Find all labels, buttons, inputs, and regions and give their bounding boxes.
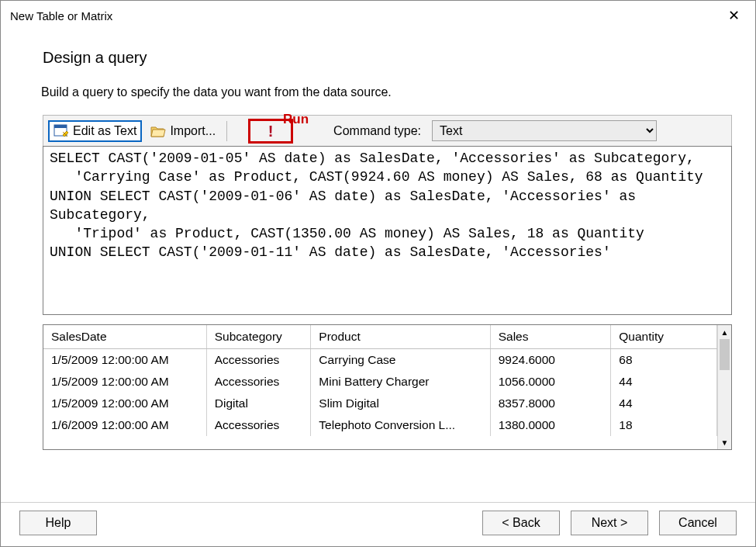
edit-as-text-label: Edit as Text (73, 124, 136, 138)
table-row[interactable]: 1/5/2009 12:00:00 AMAccessoriesMini Batt… (43, 371, 717, 393)
col-header-product[interactable]: Product (311, 325, 490, 348)
cell-sales: 8357.8000 (490, 393, 611, 414)
command-type-label: Command type: (333, 124, 421, 138)
cell-sales: 1056.0000 (490, 371, 611, 393)
titlebar: New Table or Matrix ✕ (1, 1, 755, 29)
cell-product: Mini Battery Charger (311, 371, 490, 393)
toolbar-separator (226, 121, 227, 141)
wizard-window: New Table or Matrix ✕ Design a query Bui… (0, 0, 756, 547)
cell-subcategory: Digital (206, 393, 311, 414)
back-button[interactable]: < Back (482, 511, 560, 535)
window-title: New Table or Matrix (10, 9, 112, 23)
run-annotation-label: Run (283, 112, 309, 127)
col-header-subcategory[interactable]: Subcategory (206, 325, 311, 348)
close-icon[interactable]: ✕ (722, 5, 746, 26)
table-row[interactable]: 1/5/2009 12:00:00 AMDigitalSlim Digital8… (43, 393, 717, 414)
results-scrollbar[interactable]: ▲ ▼ (717, 325, 731, 449)
page-subtext: Build a query to specify the data you wa… (41, 85, 732, 99)
sql-text[interactable]: SELECT CAST('2009-01-05' AS date) as Sal… (43, 147, 731, 265)
col-header-sales[interactable]: Sales (490, 325, 611, 348)
svg-rect-1 (54, 125, 67, 128)
cell-salesdate: 1/6/2009 12:00:00 AM (43, 414, 206, 436)
cell-product: Slim Digital (311, 393, 490, 414)
results-table: SalesDate Subcategory Product Sales Quan… (43, 325, 717, 436)
wizard-content: Design a query Build a query to specify … (1, 29, 755, 502)
cell-subcategory: Accessories (206, 414, 311, 436)
col-header-quantity[interactable]: Quantity (611, 325, 717, 348)
cell-product: Telephoto Conversion L... (311, 414, 490, 436)
cell-quantity: 68 (611, 348, 717, 371)
sql-editor[interactable]: SELECT CAST('2009-01-05' AS date) as Sal… (43, 146, 732, 315)
edit-text-icon (54, 123, 69, 139)
scroll-thumb[interactable] (720, 339, 730, 370)
cell-sales: 1380.0000 (490, 414, 611, 436)
cell-quantity: 44 (611, 393, 717, 414)
cell-quantity: 44 (611, 371, 717, 393)
cell-salesdate: 1/5/2009 12:00:00 AM (43, 371, 206, 393)
results-grid: SalesDate Subcategory Product Sales Quan… (43, 324, 732, 450)
cell-salesdate: 1/5/2009 12:00:00 AM (43, 348, 206, 371)
query-toolbar: Edit as Text Import... ! Command type: T… (43, 115, 732, 146)
cancel-button[interactable]: Cancel (659, 511, 737, 535)
cell-quantity: 18 (611, 414, 717, 436)
cell-sales: 9924.6000 (490, 348, 611, 371)
exclamation-icon: ! (268, 123, 274, 139)
wizard-footer: Help < Back Next > Cancel (1, 502, 755, 546)
table-row[interactable]: 1/6/2009 12:00:00 AMAccessoriesTelephoto… (43, 414, 717, 436)
command-type-select[interactable]: Text (432, 120, 657, 141)
page-heading: Design a query (43, 49, 732, 67)
scroll-up-icon[interactable]: ▲ (718, 325, 731, 339)
edit-as-text-button[interactable]: Edit as Text (48, 120, 142, 142)
results-header-row: SalesDate Subcategory Product Sales Quan… (43, 325, 717, 348)
next-button[interactable]: Next > (571, 511, 648, 535)
cell-salesdate: 1/5/2009 12:00:00 AM (43, 393, 206, 414)
scroll-down-icon[interactable]: ▼ (718, 435, 731, 449)
cell-subcategory: Accessories (206, 348, 311, 371)
import-label: Import... (170, 124, 216, 138)
cell-subcategory: Accessories (206, 371, 311, 393)
folder-open-icon (150, 123, 166, 139)
cell-product: Carrying Case (311, 348, 490, 371)
help-button[interactable]: Help (19, 511, 97, 535)
col-header-salesdate[interactable]: SalesDate (43, 325, 206, 348)
table-row[interactable]: 1/5/2009 12:00:00 AMAccessoriesCarrying … (43, 348, 717, 371)
import-button[interactable]: Import... (145, 120, 221, 142)
